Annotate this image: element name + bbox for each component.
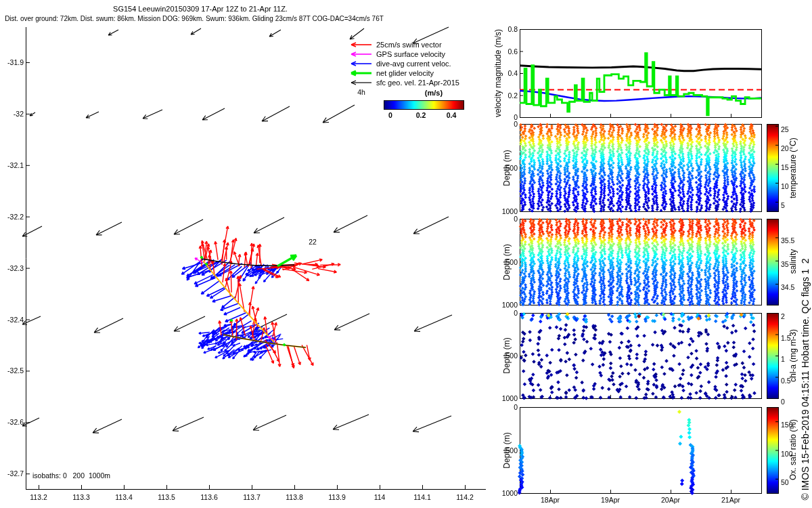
depth-ytick-label: 500 — [505, 164, 518, 171]
colorbar-tick-label: 5 — [781, 202, 785, 209]
map-ytick-label: -32.6 — [7, 419, 24, 426]
isobaths-label: isobaths: 0 200 1000m — [32, 472, 110, 480]
map-xtick-label: 114.1 — [413, 494, 431, 501]
date-tick-label: 21Apr — [721, 496, 740, 504]
colorbar-tick-label: 10 — [781, 183, 789, 190]
map-xtick-label: 113.7 — [243, 494, 261, 501]
legend-arrow-icon — [348, 60, 372, 67]
depth-ytick-label: 500 — [505, 258, 518, 266]
map-xtick-label: 113.5 — [158, 494, 175, 501]
dive-number-label: 22 — [309, 238, 317, 246]
temperature-colorbar-title: temperature (°C) — [789, 137, 797, 198]
legend-arrow-icon — [348, 70, 372, 77]
page-title: SG154 Leeuwin20150309 17-Apr 12Z to 21-A… — [113, 5, 288, 13]
map-xtick-label: 114 — [374, 494, 386, 501]
map-ytick-label: -32.2 — [7, 213, 24, 220]
map-xtick-label: 113.3 — [72, 494, 90, 501]
legend-item: dive-avg current veloc. — [348, 60, 451, 68]
colorbar-tick-label: 25 — [781, 126, 789, 133]
depth-ytick-label: 0 — [514, 404, 518, 411]
velocity-ytick-label: 0.4 — [508, 70, 518, 77]
colorbar-tick-label: 1.5 — [781, 335, 791, 342]
imos-watermark: © IMOS 15-Feb-2019 04:15:11 Hobart time.… — [800, 258, 810, 500]
map-ytick-label: -32.1 — [7, 162, 24, 169]
velocity-ytick-label: 0.6 — [508, 47, 518, 55]
legend-arrow-icon — [348, 51, 372, 58]
depth-ytick-label: 500 — [505, 446, 518, 454]
map-colorbar-title: (m/s) — [425, 89, 443, 97]
map-xtick-label: 114.2 — [456, 494, 474, 501]
legend-item-label: 25cm/s swim vector — [376, 41, 442, 49]
legend-item: net glider velocity — [348, 69, 434, 77]
velocity-ytick-label: 0.8 — [508, 26, 518, 33]
legend-item-label: sfc geo. vel. 21-Apr-2015 — [376, 79, 459, 87]
legend-item: 25cm/s swim vector — [348, 41, 442, 49]
colorbar-tick-label: 50 — [781, 479, 789, 486]
depth-ytick-label: 0 — [514, 310, 518, 317]
colorbar-tick-label: 35 — [781, 261, 789, 268]
map-xtick-label: 113.6 — [200, 494, 218, 501]
colorbar-tick-label: 0.5 — [781, 377, 791, 385]
legend-arrow-icon — [348, 79, 372, 86]
colorbar-tick-label: 2 — [781, 313, 785, 320]
map-ytick-label: -32.3 — [7, 264, 24, 272]
depth-ytick-label: 1000 — [502, 301, 518, 309]
map-xtick-label: 113.9 — [328, 494, 346, 501]
map-ytick-label: -32 — [14, 110, 24, 118]
legend-item: sfc geo. vel. 21-Apr-2015 — [348, 79, 459, 87]
mission-stats-subtitle: Dist. over ground: 72km. Dist. swum: 86k… — [5, 16, 384, 22]
velocity-axis-title: velocity magnitude (m/s) — [494, 29, 502, 117]
colorbar-tick-label: 20 — [781, 145, 789, 152]
salinity-colorbar-title: salinity — [789, 249, 797, 274]
depth-ytick-label: 0 — [514, 121, 518, 128]
colorbar-tick-label: 150 — [781, 421, 793, 429]
depth-ytick-label: 1000 — [502, 208, 518, 215]
map-xtick-label: 113.4 — [115, 494, 133, 501]
colorbar-tick-label: 35.5 — [781, 237, 794, 245]
depth-ytick-label: 1000 — [502, 490, 518, 497]
date-tick-label: 19Apr — [601, 496, 620, 504]
map-xtick-label: 113.2 — [30, 494, 47, 501]
map-ytick-label: -32.4 — [7, 316, 24, 323]
legend-item-label: net glider velocity — [376, 69, 434, 77]
colorbar-tick-label: 34.5 — [781, 284, 794, 291]
map-colorbar-tick-label: 0.4 — [447, 112, 457, 119]
depth-ytick-label: 1000 — [502, 395, 518, 402]
colorbar-tick-label: 1 — [781, 356, 785, 363]
map-ytick-label: -32.5 — [7, 367, 24, 375]
legend-item: GPS surface velocity — [348, 50, 445, 58]
legend-arrow-icon — [348, 41, 372, 48]
depth-ytick-label: 0 — [514, 215, 518, 223]
depth-ytick-label: 500 — [505, 352, 518, 360]
legend-item-label: GPS surface velocity — [376, 50, 445, 58]
glider-mission-figure: SG154 Leeuwin20150309 17-Apr 12Z to 21-A… — [0, 0, 812, 508]
colorbar-tick-label: 100 — [781, 450, 793, 458]
legend-item-label: dive-avg current veloc. — [376, 60, 451, 68]
date-tick-label: 20Apr — [661, 496, 680, 504]
map-colorbar-tick-label: 0.2 — [416, 112, 426, 119]
scale-4h-label: 4h — [357, 89, 365, 96]
map-colorbar-tick-label: 0 — [388, 112, 392, 119]
map-xtick-label: 113.8 — [286, 494, 303, 501]
colorbar-tick-label: 0 — [781, 398, 785, 406]
map-ytick-label: -32.7 — [7, 470, 24, 478]
map-ytick-label: -31.9 — [7, 59, 24, 66]
date-tick-label: 18Apr — [541, 496, 560, 504]
colorbar-tick-label: 15 — [781, 164, 789, 171]
velocity-ytick-label: 0.2 — [508, 91, 518, 99]
